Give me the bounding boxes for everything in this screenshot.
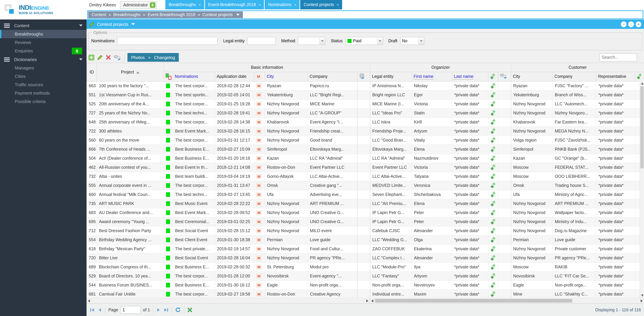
close-button[interactable]: × <box>636 21 641 27</box>
gmail-icon[interactable]: M <box>256 283 262 288</box>
table-row[interactable]: 735ART MUSIC PARKBest Music Event2019-02… <box>87 199 644 208</box>
link-green-icon[interactable] <box>490 92 496 98</box>
changelog-button[interactable]: Changelog <box>154 55 175 60</box>
sidebar-item-managers[interactable]: Managers <box>0 64 86 72</box>
link-green-icon[interactable] <box>490 183 496 188</box>
tab-breakthroughs[interactable]: Breakthroughs× <box>165 0 204 10</box>
page-number-input[interactable] <box>120 306 140 314</box>
table-row[interactable]: 529Board of Directors. 10 yea...The best… <box>87 272 644 280</box>
gmail-icon[interactable]: M <box>256 265 262 269</box>
role-selector[interactable]: Administrator <box>120 1 156 9</box>
column-header-representative[interactable]: Representative <box>596 72 635 81</box>
gmail-icon[interactable]: M <box>256 256 262 260</box>
plus-button[interactable]: + <box>148 55 150 60</box>
link-green-icon[interactable] <box>490 119 496 124</box>
add-button[interactable] <box>88 54 94 60</box>
tab-close-icon[interactable]: × <box>294 3 296 7</box>
link-green-icon[interactable] <box>490 192 496 197</box>
column-header-customer-company[interactable]: Company <box>552 72 596 81</box>
chevron-down-icon[interactable] <box>79 58 82 60</box>
gmail-icon[interactable]: M <box>256 274 262 278</box>
table-row[interactable]: 52520th anniversary of the A...The best … <box>87 99 644 108</box>
link-green-icon[interactable] <box>490 201 496 206</box>
gmail-icon[interactable]: M <box>256 238 262 242</box>
link-green-icon[interactable] <box>490 174 496 179</box>
scroll-left-icon[interactable] <box>86 298 91 303</box>
legal-entity-filter-input[interactable] <box>247 37 276 45</box>
gmail-icon[interactable]: M <box>256 292 262 296</box>
table-row[interactable]: 712Best Dressed Fashion PartyBest Social… <box>87 226 644 235</box>
column-header-organizer-link[interactable] <box>488 72 498 81</box>
column-header-nominations[interactable]: Nominations <box>173 72 215 81</box>
left-horizontal-scrollbar[interactable] <box>86 298 370 303</box>
scroll-down-icon[interactable] <box>640 293 644 298</box>
link-green-icon[interactable] <box>490 101 496 106</box>
gmail-icon[interactable]: M <box>256 147 262 152</box>
link-green-icon[interactable] <box>490 237 496 242</box>
sidebar-item-enquiries[interactable]: Enquiries8 <box>0 47 86 55</box>
scroll-up-icon[interactable] <box>640 81 644 86</box>
table-row[interactable]: 72725 years of the Nizhny No...The best … <box>87 108 644 118</box>
search-input[interactable] <box>600 53 637 62</box>
table-row[interactable]: 5511st Viessmann Cup in Rus...The best s… <box>87 90 644 99</box>
link-green-icon[interactable] <box>490 210 496 215</box>
sidebar-item-traffic-sources[interactable]: Traffic sources <box>0 80 86 89</box>
table-row[interactable]: 660Annual festival "Milk Coun...The best… <box>87 190 644 199</box>
link-green-icon[interactable] <box>490 156 496 161</box>
table-row[interactable]: 722300 athletesBest Event Mark...2019-02… <box>87 126 644 136</box>
sidebar-item-dictionaries[interactable]: Dictionaries <box>0 55 86 64</box>
link-green-icon[interactable] <box>490 137 496 143</box>
refresh-button[interactable] <box>175 307 181 313</box>
export-excel-button[interactable] <box>187 307 192 312</box>
link-green-icon[interactable] <box>490 228 496 233</box>
column-header-last-name[interactable]: Last name <box>452 72 488 81</box>
table-row[interactable]: 683AU Dealer Conference and...Best Event… <box>87 208 644 217</box>
table-row[interactable]: 618Birthday "Mexican Party"The best priv… <box>87 244 644 253</box>
tab-close-icon[interactable]: × <box>198 3 201 7</box>
gmail-icon[interactable]: M <box>256 120 262 124</box>
tab-close-icon[interactable]: × <box>336 3 339 7</box>
chevron-down-icon[interactable] <box>79 24 82 26</box>
column-header-email[interactable]: M <box>254 72 265 81</box>
gmail-icon[interactable]: M <box>256 174 262 179</box>
link-green-icon[interactable] <box>490 246 496 252</box>
sidebar-item-breakthroughs[interactable]: Breakthroughs <box>0 30 86 38</box>
table-row[interactable]: 544Business Forum BUSINES...Best Busines… <box>87 280 644 290</box>
tab-close-icon[interactable]: × <box>258 3 261 7</box>
resize-button[interactable]: ↕ <box>628 21 634 27</box>
link-green-icon[interactable] <box>490 146 496 152</box>
gmail-icon[interactable]: M <box>256 156 262 161</box>
gmail-icon[interactable]: M <box>256 201 262 206</box>
tab-event-breakthrough-2018[interactable]: Event-Breakthrough 2018× <box>205 0 264 10</box>
link-green-icon[interactable] <box>490 128 496 134</box>
gmail-icon[interactable]: M <box>256 246 262 251</box>
next-page-button[interactable] <box>156 308 161 312</box>
table-row[interactable]: 695Award ceremony "Young ...Best Ceremon… <box>87 217 644 226</box>
sidebar-item-payment-methods[interactable]: Payment methods <box>0 89 86 97</box>
last-page-button[interactable] <box>163 308 169 312</box>
table-row[interactable]: 720Bitter LiveBest Social Event2019-02-2… <box>87 253 644 262</box>
link-green-icon[interactable] <box>490 83 496 88</box>
draft-filter-select[interactable]: No <box>400 37 424 45</box>
first-page-button[interactable] <box>90 308 95 312</box>
column-header-paid-status[interactable] <box>164 72 173 81</box>
horizontal-scroll-thumb[interactable] <box>375 299 572 302</box>
method-filter-select[interactable] <box>298 37 325 45</box>
sidebar-item-cities[interactable]: Cities <box>0 72 86 80</box>
column-header-application-date[interactable]: Application date <box>215 72 254 81</box>
nominations-filter-input[interactable] <box>117 37 218 45</box>
right-horizontal-scrollbar[interactable] <box>370 298 644 303</box>
sidebar-item-possible-criteria[interactable]: Possible criteria <box>0 97 86 106</box>
link-green-icon[interactable] <box>490 219 496 224</box>
gmail-icon[interactable]: M <box>256 102 262 106</box>
column-header-customer-city[interactable]: City <box>511 72 552 81</box>
scroll-left-icon[interactable] <box>370 298 375 303</box>
column-header-city[interactable]: City <box>265 72 308 81</box>
table-row[interactable]: 554Birthday Wedding Agency ...Best Clien… <box>87 235 644 244</box>
table-row[interactable]: 6667th Conference of Heads ...Best Busin… <box>87 144 644 154</box>
gmail-icon[interactable]: M <box>256 210 262 215</box>
gmail-icon[interactable]: M <box>256 111 262 116</box>
link-green-icon[interactable] <box>490 291 496 297</box>
table-row[interactable]: 504Act! (Dealer conference of...Best Bus… <box>87 154 644 163</box>
sidebar-item-reviews[interactable]: Reviews <box>0 38 86 47</box>
